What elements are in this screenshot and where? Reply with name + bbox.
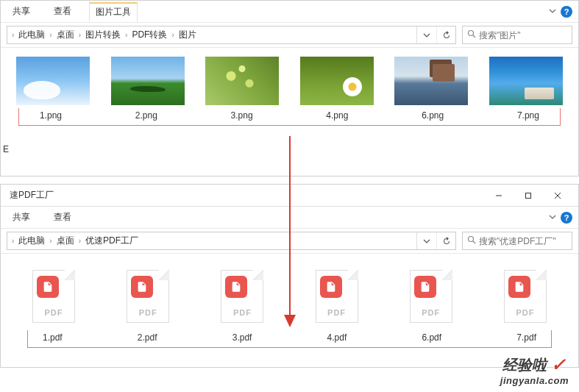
pdf-file-icon: PDF bbox=[504, 270, 547, 323]
pdf-file-icon: PDF bbox=[316, 270, 358, 323]
breadcrumb[interactable]: ›此电脑 ›桌面 ›图片转换 ›PDF转换 ›图片 bbox=[7, 26, 456, 44]
breadcrumb-segment[interactable]: 此电脑 bbox=[15, 235, 48, 247]
checkmark-icon: ✓ bbox=[551, 354, 566, 375]
file-name[interactable]: 7.pdf bbox=[516, 330, 536, 347]
file-pane: 1.png 2.png 3.png 4.png 6.png 7.png bbox=[1, 48, 578, 133]
search-icon bbox=[467, 29, 476, 40]
list-item[interactable]: PDF bbox=[302, 270, 372, 327]
tab-view[interactable]: 查看 bbox=[48, 208, 77, 227]
file-name[interactable]: 1.png bbox=[40, 108, 62, 123]
pdf-file-icon: PDF bbox=[221, 270, 263, 323]
file-name[interactable]: 4.png bbox=[326, 108, 348, 123]
file-name[interactable]: 2.png bbox=[135, 108, 157, 123]
chevron-down-icon[interactable] bbox=[549, 7, 556, 17]
search-input[interactable] bbox=[479, 236, 567, 246]
chevron-down-icon[interactable] bbox=[549, 213, 556, 223]
file-name[interactable]: 1.pdf bbox=[43, 330, 63, 347]
search-input[interactable] bbox=[479, 30, 567, 40]
watermark-url: jingyanla.com bbox=[500, 375, 569, 386]
sidebar-fragment: E bbox=[3, 144, 9, 154]
svg-line-1 bbox=[473, 35, 475, 38]
thumbnail-image bbox=[205, 57, 279, 105]
chevron-right-icon[interactable]: › bbox=[170, 31, 175, 39]
title-bar: 速PDF工厂 bbox=[1, 185, 578, 207]
chevron-right-icon[interactable]: › bbox=[124, 31, 129, 39]
ribbon-bar: 共享 查看 ? bbox=[1, 207, 578, 229]
file-name[interactable]: 3.pdf bbox=[232, 330, 252, 347]
ribbon-bar: 共享 查看 图片工具 ? bbox=[1, 1, 578, 23]
breadcrumb-segment[interactable]: 桌面 bbox=[54, 235, 77, 247]
file-name[interactable]: 6.png bbox=[422, 108, 444, 123]
tab-share[interactable]: 共享 bbox=[7, 208, 36, 227]
pdf-file-icon: PDF bbox=[127, 270, 169, 323]
help-icon[interactable]: ? bbox=[561, 212, 572, 224]
maximize-button[interactable] bbox=[514, 185, 543, 206]
svg-point-0 bbox=[469, 31, 474, 36]
svg-line-7 bbox=[473, 241, 475, 243]
tab-view[interactable]: 查看 bbox=[48, 2, 77, 21]
minimize-button[interactable] bbox=[484, 185, 514, 206]
filename-highlight-box: 1.png 2.png 3.png 4.png 6.png 7.png bbox=[18, 108, 561, 126]
breadcrumb[interactable]: ›此电脑 ›桌面 ›优速PDF工厂 bbox=[7, 232, 456, 250]
file-name[interactable]: 2.pdf bbox=[138, 330, 157, 347]
list-item[interactable] bbox=[296, 57, 377, 110]
thumbnail-image bbox=[489, 57, 563, 105]
svg-point-6 bbox=[469, 237, 474, 242]
list-item[interactable]: PDF bbox=[18, 270, 89, 327]
watermark-text: 经验啦 bbox=[502, 355, 547, 375]
search-box[interactable] bbox=[462, 26, 572, 44]
pdf-file-icon: PDF bbox=[32, 270, 75, 323]
breadcrumb-segment[interactable]: 优速PDF工厂 bbox=[82, 235, 141, 247]
address-bar: ›此电脑 ›桌面 ›优速PDF工厂 bbox=[1, 229, 578, 254]
list-item[interactable]: PDF bbox=[113, 270, 183, 327]
list-item[interactable] bbox=[107, 57, 188, 110]
history-dropdown-button[interactable] bbox=[417, 232, 436, 249]
window-title: 速PDF工厂 bbox=[7, 189, 54, 202]
close-button[interactable] bbox=[543, 185, 572, 206]
file-pane: PDF PDF PDF PDF PDF PDF 1.pdf 2.pdf 3.pd… bbox=[1, 254, 578, 349]
chevron-right-icon[interactable]: › bbox=[10, 31, 15, 39]
list-item[interactable] bbox=[486, 57, 566, 110]
chevron-right-icon[interactable]: › bbox=[77, 237, 82, 245]
thumbnail-image bbox=[300, 57, 374, 105]
file-name[interactable]: 3.png bbox=[231, 108, 253, 123]
list-item[interactable] bbox=[202, 57, 283, 110]
chevron-right-icon[interactable]: › bbox=[48, 31, 53, 39]
history-dropdown-button[interactable] bbox=[417, 26, 436, 43]
chevron-right-icon[interactable]: › bbox=[77, 31, 82, 39]
refresh-button[interactable] bbox=[436, 232, 455, 249]
breadcrumb-segment[interactable]: 桌面 bbox=[54, 29, 77, 41]
list-item[interactable] bbox=[391, 57, 472, 110]
explorer-window-top: 共享 查看 图片工具 ? ›此电脑 ›桌面 ›图片转换 ›PDF转换 ›图片 bbox=[0, 0, 579, 177]
breadcrumb-segment[interactable]: 图片转换 bbox=[82, 29, 124, 41]
list-item[interactable]: PDF bbox=[396, 270, 466, 327]
search-box[interactable] bbox=[462, 232, 572, 250]
breadcrumb-segment[interactable]: 图片 bbox=[176, 29, 199, 41]
file-name[interactable]: 6.pdf bbox=[422, 330, 441, 347]
watermark: 经验啦✓ jingyanla.com bbox=[500, 354, 569, 386]
address-bar: ›此电脑 ›桌面 ›图片转换 ›PDF转换 ›图片 bbox=[1, 23, 578, 48]
explorer-window-bottom: 速PDF工厂 共享 查看 ? ›此电脑 ›桌面 ›优速PDF工厂 bbox=[0, 184, 579, 368]
chevron-right-icon[interactable]: › bbox=[48, 237, 53, 245]
thumbnail-image bbox=[111, 57, 185, 105]
help-icon[interactable]: ? bbox=[561, 6, 572, 18]
file-name[interactable]: 7.png bbox=[517, 108, 539, 123]
breadcrumb-segment[interactable]: 此电脑 bbox=[15, 29, 48, 41]
breadcrumb-segment[interactable]: PDF转换 bbox=[129, 29, 170, 41]
svg-rect-3 bbox=[526, 193, 531, 198]
tab-picture-tools[interactable]: 图片工具 bbox=[89, 2, 138, 21]
file-name[interactable]: 4.pdf bbox=[327, 330, 347, 347]
search-icon bbox=[467, 235, 476, 246]
pdf-file-icon: PDF bbox=[410, 270, 452, 323]
refresh-button[interactable] bbox=[436, 26, 455, 43]
chevron-right-icon[interactable]: › bbox=[10, 237, 15, 245]
list-item[interactable]: PDF bbox=[207, 270, 277, 327]
filename-highlight-box: 1.pdf 2.pdf 3.pdf 4.pdf 6.pdf 7.pdf bbox=[27, 330, 552, 348]
list-item[interactable] bbox=[13, 57, 93, 110]
tab-share[interactable]: 共享 bbox=[7, 2, 36, 21]
thumbnail-image bbox=[394, 57, 468, 105]
list-item[interactable]: PDF bbox=[490, 270, 561, 327]
thumbnail-image bbox=[16, 57, 90, 105]
